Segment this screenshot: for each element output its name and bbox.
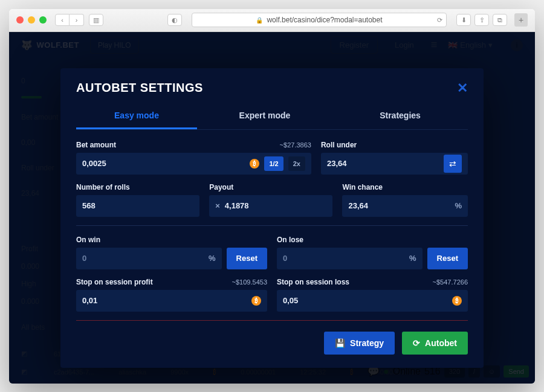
stopprofit-field[interactable]: ₿ xyxy=(76,290,267,312)
btc-icon: ₿ xyxy=(251,296,261,306)
payout-input[interactable] xyxy=(225,201,327,210)
browser-window: ‹ › ▥ ◐ 🔒 wolf.bet/casino/dice?modal=aut… xyxy=(9,9,535,384)
autobet-label: Autobet xyxy=(425,338,457,348)
page: 🐺 WOLF.BET Play HILO Register Login ≡ 🇬🇧… xyxy=(9,32,535,384)
tab-strategies[interactable]: Strategies xyxy=(332,104,468,129)
roll-under-label: Roll under xyxy=(321,141,357,149)
stoploss-usd: ~$547.7266 xyxy=(433,278,468,286)
winchance-suffix: % xyxy=(455,201,462,210)
half-button[interactable]: 1/2 xyxy=(264,156,283,171)
save-icon: 💾 xyxy=(335,338,345,348)
roll-under-input[interactable] xyxy=(327,159,439,168)
sidebar-button[interactable]: ▥ xyxy=(89,14,103,26)
payout-field[interactable]: × xyxy=(209,195,332,217)
divider-warning xyxy=(76,320,468,321)
shield-icon[interactable]: ◐ xyxy=(167,14,182,26)
double-button[interactable]: 2x xyxy=(288,156,305,171)
bet-amount-input[interactable] xyxy=(82,159,245,168)
onwin-label: On win xyxy=(76,236,267,244)
stoploss-input[interactable] xyxy=(283,296,447,305)
bet-amount-usd: ~$27.3863 xyxy=(280,141,311,149)
window-controls xyxy=(16,16,47,24)
onlose-input[interactable] xyxy=(283,254,404,263)
browser-tools: ⬇ ⇪ ⧉ xyxy=(456,14,507,26)
btc-icon: ₿ xyxy=(452,296,462,306)
onwin-input[interactable] xyxy=(82,254,204,263)
strategy-label: Strategy xyxy=(350,338,384,348)
payout-prefix: × xyxy=(215,201,220,210)
download-icon[interactable]: ⬇ xyxy=(456,14,471,26)
close-icon[interactable]: ✕ xyxy=(457,80,468,96)
onlose-reset-button[interactable]: Reset xyxy=(427,248,468,269)
back-button[interactable]: ‹ xyxy=(55,14,70,26)
modal-tabs: Easy mode Expert mode Strategies xyxy=(76,104,468,130)
lock-icon: 🔒 xyxy=(256,17,263,24)
payout-label: Payout xyxy=(209,183,332,191)
autobet-button[interactable]: ⟳ Autobet xyxy=(402,332,468,355)
browser-chrome: ‹ › ▥ ◐ 🔒 wolf.bet/casino/dice?modal=aut… xyxy=(9,9,535,32)
stopprofit-input[interactable] xyxy=(82,296,247,305)
divider xyxy=(76,225,468,226)
tab-expert-mode[interactable]: Expert mode xyxy=(197,104,332,129)
onlose-field[interactable]: % xyxy=(277,248,423,269)
close-window-icon[interactable] xyxy=(16,16,24,24)
new-tab-button[interactable]: + xyxy=(514,13,528,27)
winchance-input[interactable] xyxy=(348,201,450,210)
rolls-input[interactable] xyxy=(82,201,193,210)
refresh-icon: ⟳ xyxy=(413,338,420,348)
minimize-window-icon[interactable] xyxy=(28,16,35,24)
rolls-field[interactable] xyxy=(76,195,199,217)
onwin-reset-button[interactable]: Reset xyxy=(227,248,267,269)
stoploss-field[interactable]: ₿ xyxy=(277,290,468,312)
tab-easy-mode[interactable]: Easy mode xyxy=(76,104,197,129)
url-text: wolf.bet/casino/dice?modal=autobet xyxy=(267,16,382,24)
forward-button[interactable]: › xyxy=(70,14,84,26)
modal-overlay[interactable]: AUTOBET SETTINGS ✕ Easy mode Expert mode… xyxy=(9,32,535,384)
onwin-suffix: % xyxy=(209,254,216,263)
onlose-suffix: % xyxy=(409,254,416,263)
winchance-field[interactable]: % xyxy=(342,195,468,217)
reload-icon[interactable]: ⟳ xyxy=(437,16,442,24)
rolls-label: Number of rolls xyxy=(76,183,199,191)
autobet-modal: AUTOBET SETTINGS ✕ Easy mode Expert mode… xyxy=(60,68,484,368)
zoom-window-icon[interactable] xyxy=(39,16,47,24)
stoploss-label: Stop on session loss xyxy=(277,278,349,286)
btc-icon: ₿ xyxy=(250,159,259,169)
stopprofit-usd: ~$109.5453 xyxy=(232,278,267,286)
onwin-field[interactable]: % xyxy=(76,248,222,269)
modal-footer: 💾 Strategy ⟳ Autobet xyxy=(76,332,468,355)
strategy-button[interactable]: 💾 Strategy xyxy=(324,332,395,355)
onlose-label: On lose xyxy=(277,236,468,244)
share-icon[interactable]: ⇪ xyxy=(474,14,489,26)
roll-under-field[interactable]: ⇄ xyxy=(321,153,468,175)
bet-amount-field[interactable]: ₿ 1/2 2x xyxy=(76,153,311,175)
swap-icon[interactable]: ⇄ xyxy=(444,155,462,173)
modal-title: AUTOBET SETTINGS xyxy=(76,81,203,95)
history-nav: ‹ › xyxy=(55,14,84,26)
stopprofit-label: Stop on session profit xyxy=(76,278,153,286)
address-bar[interactable]: 🔒 wolf.bet/casino/dice?modal=autobet ⟳ xyxy=(192,13,447,27)
tabs-icon[interactable]: ⧉ xyxy=(493,14,507,26)
winchance-label: Win chance xyxy=(342,183,468,191)
bet-amount-label: Bet amount xyxy=(76,141,116,149)
